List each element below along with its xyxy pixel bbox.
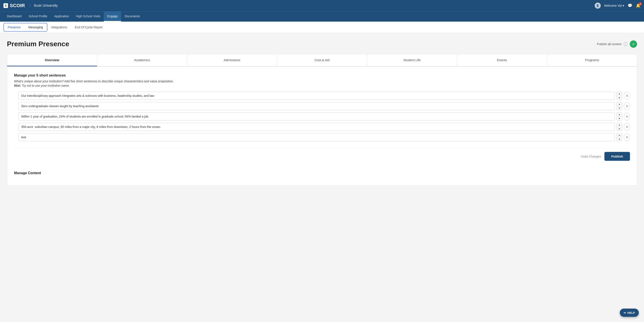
publish-all-check[interactable]: ✓ (630, 40, 637, 48)
sentence-list: ▲ ▼ ✕ ▲ ▼ ✕ ▲ ▼ ✕ (14, 92, 630, 141)
sentence-input-1[interactable] (18, 92, 615, 100)
move-up-button-1[interactable]: ▲ (617, 92, 622, 96)
nav-school-profile[interactable]: School Profile (25, 11, 51, 22)
remove-button-5[interactable]: ✕ (624, 133, 630, 141)
list-item: ▲ ▼ ✕ (18, 102, 630, 110)
remove-button-2[interactable]: ✕ (624, 102, 630, 110)
app-name: SCOIR (10, 3, 25, 8)
row-controls-2: ▲ ▼ (616, 102, 622, 110)
move-up-button-2[interactable]: ▲ (617, 102, 622, 106)
short-sentences-desc: What's unique about your institution? Ad… (14, 79, 630, 83)
secondary-nav-end-of-cycle[interactable]: End Of Cycle Report (71, 23, 106, 31)
logo-icon: S (4, 3, 8, 8)
nav-engage[interactable]: Engage (104, 11, 121, 22)
list-item: ▲ ▼ ✕ (18, 112, 630, 121)
avatar: 👤 (595, 2, 601, 9)
move-down-button-2[interactable]: ▼ (617, 106, 622, 110)
hint-bold: Hint: (14, 84, 21, 87)
row-controls-4: ▲ ▼ (616, 123, 622, 131)
page-content: Premium Presence Publish all content i ✓… (0, 33, 644, 186)
top-bar-right: 👤 Welcome Val ▾ 💬 🔔 2 (595, 2, 640, 9)
nav-documents[interactable]: Documents (121, 11, 144, 22)
row-controls-1: ▲ ▼ (616, 92, 622, 100)
remove-button-1[interactable]: ✕ (624, 92, 630, 100)
logo[interactable]: S SCOIR (4, 3, 25, 8)
notification-badge: 2 (639, 2, 642, 5)
sentence-input-4[interactable] (18, 123, 615, 131)
notification-button[interactable]: 🔔 2 (636, 3, 640, 8)
remove-button-4[interactable]: ✕ (624, 123, 630, 131)
university-name: Scoir University (30, 4, 58, 7)
presence-messaging-group: Presence Messaging (4, 23, 47, 31)
tab-events[interactable]: Events (457, 54, 547, 66)
tab-programs[interactable]: Programs (547, 54, 637, 66)
manage-content-title: Manage Content (14, 171, 630, 175)
top-bar-left: S SCOIR Scoir University (4, 3, 58, 8)
sentence-input-5[interactable] (18, 133, 615, 141)
tab-overview[interactable]: Overview (7, 54, 97, 66)
tab-admissions[interactable]: Admissions (187, 54, 277, 66)
nav-dashboard[interactable]: Dashboard (4, 11, 25, 22)
top-bar: S SCOIR Scoir University 👤 Welcome Val ▾… (0, 0, 644, 11)
move-up-button-5[interactable]: ▲ (617, 133, 622, 137)
move-down-button-4[interactable]: ▼ (617, 127, 622, 131)
hint-text: Try not to use your institution name. (21, 84, 70, 87)
row-controls-5: ▲ ▼ (616, 133, 622, 141)
tab-academics[interactable]: Academics (97, 54, 187, 66)
remove-button-3[interactable]: ✕ (624, 113, 630, 120)
list-item: ▲ ▼ ✕ (18, 92, 630, 100)
main-panel: Manage your 5 short sentences What's uni… (7, 66, 637, 186)
action-row: Undo Changes Publish (14, 148, 630, 164)
publish-all-area: Publish all content i ✓ (597, 40, 637, 48)
chat-icon[interactable]: 💬 (628, 3, 632, 8)
list-item: ▲ ▼ ✕ (18, 133, 630, 141)
short-sentences-hint: Hint: Try not to use your institution na… (14, 84, 630, 87)
chevron-down-icon: ▾ (622, 4, 624, 7)
welcome-text[interactable]: Welcome Val ▾ (604, 4, 624, 7)
content-tabs: Overview Academics Admissions Cost & Aid… (7, 54, 637, 66)
page-title: Premium Presence (7, 40, 69, 48)
secondary-nav: Presence Messaging Integrations End Of C… (0, 22, 644, 33)
sentence-input-2[interactable] (18, 102, 615, 110)
tab-cost-aid[interactable]: Cost & Aid (277, 54, 367, 66)
tab-student-life[interactable]: Student Life (367, 54, 457, 66)
row-controls-3: ▲ ▼ (616, 112, 622, 121)
info-icon[interactable]: i (624, 42, 628, 46)
welcome-label: Welcome Val (604, 4, 622, 7)
move-up-button-4[interactable]: ▲ (617, 123, 622, 127)
move-up-button-3[interactable]: ▲ (617, 113, 622, 116)
short-sentences-title: Manage your 5 short sentences (14, 73, 630, 77)
nav-high-school-visits[interactable]: High School Visits (72, 11, 104, 22)
move-down-button-1[interactable]: ▼ (617, 96, 622, 100)
undo-button[interactable]: Undo Changes (581, 155, 601, 158)
publish-button[interactable]: Publish (604, 152, 630, 161)
list-item: ▲ ▼ ✕ (18, 123, 630, 131)
move-down-button-3[interactable]: ▼ (617, 116, 622, 120)
sentence-input-3[interactable] (18, 112, 615, 121)
secondary-nav-messaging[interactable]: Messaging (24, 23, 47, 31)
nav-application[interactable]: Application (51, 11, 73, 22)
page-header: Premium Presence Publish all content i ✓ (7, 40, 637, 48)
primary-nav: Dashboard School Profile Application Hig… (0, 11, 644, 22)
secondary-nav-integrations[interactable]: Integrations (47, 23, 71, 31)
move-down-button-5[interactable]: ▼ (617, 137, 622, 141)
publish-all-label: Publish all content (597, 42, 622, 46)
secondary-nav-presence[interactable]: Presence (4, 23, 24, 31)
